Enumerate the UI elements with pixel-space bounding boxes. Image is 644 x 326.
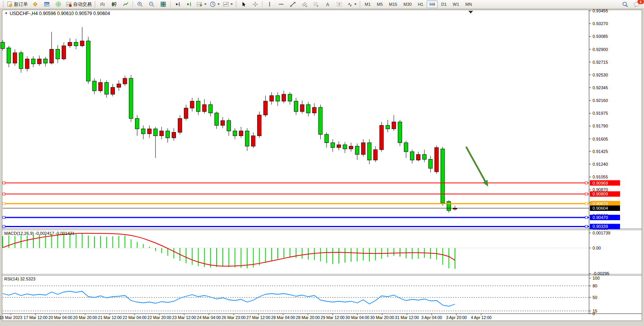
candle-up <box>190 101 194 108</box>
svg-text:0.001739: 0.001739 <box>593 231 610 235</box>
macd-axis: 0.0017390.00-0.00295 <box>589 231 610 276</box>
candle-down <box>1 42 5 49</box>
svg-text:0.91790: 0.91790 <box>593 124 608 128</box>
candle-down <box>135 119 139 129</box>
svg-text:50: 50 <box>593 295 597 300</box>
svg-text:0.90604: 0.90604 <box>593 206 608 211</box>
price-badge-0.90809: 0.90809 <box>590 191 620 197</box>
candle-down <box>233 131 237 136</box>
candle-down <box>422 155 426 160</box>
horizontal-line-0.90670[interactable] <box>3 202 589 205</box>
candle-up <box>184 108 188 119</box>
candle-down <box>367 143 371 160</box>
line-handle[interactable] <box>3 202 5 205</box>
candle-up <box>117 84 121 87</box>
candle-up <box>374 149 378 160</box>
svg-text:22 Mar 20:00: 22 Mar 20:00 <box>147 315 171 320</box>
candle-down <box>44 59 48 63</box>
svg-text:27 Mar 12:00: 27 Mar 12:00 <box>246 315 270 320</box>
svg-text:0: 0 <box>593 311 595 316</box>
arrow-annotation[interactable] <box>466 147 488 187</box>
line-handle[interactable] <box>585 202 588 205</box>
candle-up <box>172 132 176 138</box>
candle-up <box>13 53 17 63</box>
svg-text:26 Mar 23:00: 26 Mar 23:00 <box>222 315 246 320</box>
svg-text:20 Mar 04:00: 20 Mar 04:00 <box>48 315 72 320</box>
candle-down <box>288 94 292 101</box>
line-handle[interactable] <box>3 182 5 184</box>
chart-canvas: 0.934550.932700.930850.929000.927150.925… <box>0 0 644 326</box>
chart-ohlc-quotes: 0.90596 0.90610 0.90579 0.90604 <box>39 11 110 16</box>
svg-text:28 Mar 04:00: 28 Mar 04:00 <box>271 315 295 320</box>
candle-down <box>74 42 78 46</box>
candle-up <box>300 105 304 112</box>
mt4-application-window: 新订单 自动交易 <box>0 0 644 326</box>
horizontal-line-0.90809[interactable] <box>3 193 589 195</box>
line-handle[interactable] <box>585 193 588 195</box>
price-badge-0.90969: 0.90969 <box>590 180 620 186</box>
candle-up <box>270 96 273 101</box>
candle-up <box>62 46 66 59</box>
candle-up <box>123 78 127 84</box>
candle-down <box>331 143 335 148</box>
candle-down <box>86 41 90 81</box>
candle-down <box>447 202 451 211</box>
horizontal-line-0.90969[interactable] <box>3 182 589 184</box>
candle-up <box>337 145 341 148</box>
candle-down <box>56 49 60 59</box>
svg-text:0.92160: 0.92160 <box>593 98 608 103</box>
svg-text:3 Apr 20:00: 3 Apr 20:00 <box>446 315 467 320</box>
line-handle[interactable] <box>3 216 5 219</box>
candle-up <box>221 121 225 126</box>
svg-text:0.90470: 0.90470 <box>593 215 608 220</box>
line-handle[interactable] <box>3 193 5 195</box>
line-handle[interactable] <box>585 216 588 219</box>
line-handle[interactable] <box>3 225 5 228</box>
candle-down <box>129 78 133 119</box>
candle-up <box>111 87 114 94</box>
line-handle[interactable] <box>585 225 588 228</box>
svg-text:0.90969: 0.90969 <box>593 181 608 185</box>
svg-text:80: 80 <box>593 284 597 288</box>
svg-text:0.91975: 0.91975 <box>593 111 608 115</box>
candle-up <box>251 136 255 146</box>
svg-text:0.91240: 0.91240 <box>593 162 608 166</box>
candle-down <box>154 129 157 136</box>
candle-down <box>306 105 310 113</box>
svg-text:31 Mar 12:00: 31 Mar 12:00 <box>395 315 419 320</box>
candle-up <box>147 129 151 134</box>
candle-up <box>202 105 206 112</box>
candle-down <box>398 122 402 143</box>
candle-down <box>355 146 359 155</box>
candle-down <box>325 134 328 143</box>
candle-down <box>227 121 231 131</box>
svg-text:0.90670: 0.90670 <box>593 201 608 206</box>
rsi-axis: 1008050150 <box>589 276 600 316</box>
svg-text:-0.00295: -0.00295 <box>593 271 609 276</box>
candle-up <box>258 115 261 136</box>
candle-down <box>429 159 432 168</box>
macd-indicator-label: MACD(12,26,9) -0.002417 -0.001421 <box>4 231 75 236</box>
svg-text:21 Mar 12:00: 21 Mar 12:00 <box>98 315 122 320</box>
svg-text:0.93270: 0.93270 <box>593 21 608 26</box>
horizontal-line-0.90470[interactable] <box>3 216 589 219</box>
horizontal-lines: 0.909690.908090.906700.906040.904700.903… <box>3 180 620 229</box>
svg-text:30 Mar 04:00: 30 Mar 04:00 <box>345 315 369 320</box>
chart-dropdown-arrow-icon[interactable]: ▼ <box>5 12 8 15</box>
price-badge-0.90470: 0.90470 <box>590 215 620 220</box>
svg-text:29 Mar 12:00: 29 Mar 12:00 <box>321 315 345 320</box>
candle-up <box>80 41 84 46</box>
horizontal-line-0.90339[interactable] <box>3 225 589 228</box>
price-badge-0.90339: 0.90339 <box>590 224 620 229</box>
candle-up <box>25 59 29 69</box>
candle-down <box>386 126 389 129</box>
scroll-marker-icon <box>468 11 473 14</box>
candle-down <box>7 48 11 63</box>
candle-up <box>68 42 72 46</box>
svg-text:0.00: 0.00 <box>593 246 601 250</box>
pane-borders <box>2 10 642 314</box>
svg-text:0.93455: 0.93455 <box>593 8 608 13</box>
candle-down <box>208 105 212 113</box>
line-handle[interactable] <box>585 182 588 184</box>
candle-down <box>404 143 408 151</box>
